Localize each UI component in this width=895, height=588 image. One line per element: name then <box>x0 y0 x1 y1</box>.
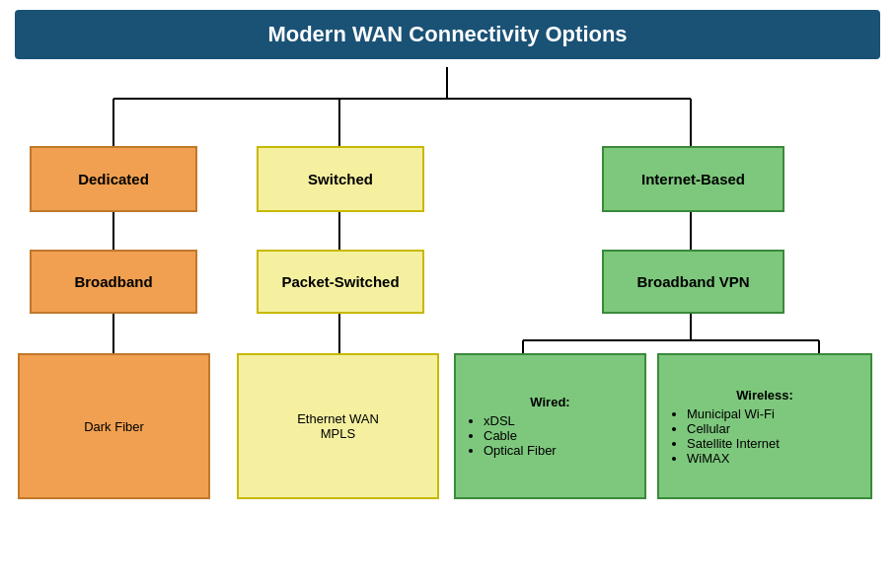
wired-item-2: Cable <box>484 428 634 443</box>
wireless-item-3: Satellite Internet <box>687 436 860 451</box>
wireless-list: Municipal Wi-Fi Cellular Satellite Inter… <box>669 406 860 466</box>
wired-item-3: Optical Fiber <box>484 443 634 458</box>
wired-list: xDSL Cable Optical Fiber <box>466 413 634 458</box>
wireless-item-4: WiMAX <box>687 451 860 466</box>
wireless-item-1: Municipal Wi-Fi <box>687 406 860 421</box>
wired-node: Wired: xDSL Cable Optical Fiber <box>454 353 646 499</box>
broadband-vpn-node: Broadband VPN <box>602 250 784 314</box>
switched-node: Switched <box>257 146 424 212</box>
dedicated-node: Dedicated <box>30 146 197 212</box>
wired-label: Wired: <box>466 395 634 409</box>
wired-item-1: xDSL <box>484 413 634 428</box>
dark-fiber-node: Dark Fiber <box>18 353 210 499</box>
broadband-node: Broadband <box>30 250 197 314</box>
internet-based-node: Internet-Based <box>602 146 784 212</box>
packet-switched-node: Packet-Switched <box>257 250 424 314</box>
wireless-node: Wireless: Municipal Wi-Fi Cellular Satel… <box>657 353 872 499</box>
page-title: Modern WAN Connectivity Options <box>15 10 880 59</box>
wireless-item-2: Cellular <box>687 421 860 436</box>
wireless-label: Wireless: <box>669 388 860 403</box>
ethernet-mpls-node: Ethernet WAN MPLS <box>237 353 439 499</box>
